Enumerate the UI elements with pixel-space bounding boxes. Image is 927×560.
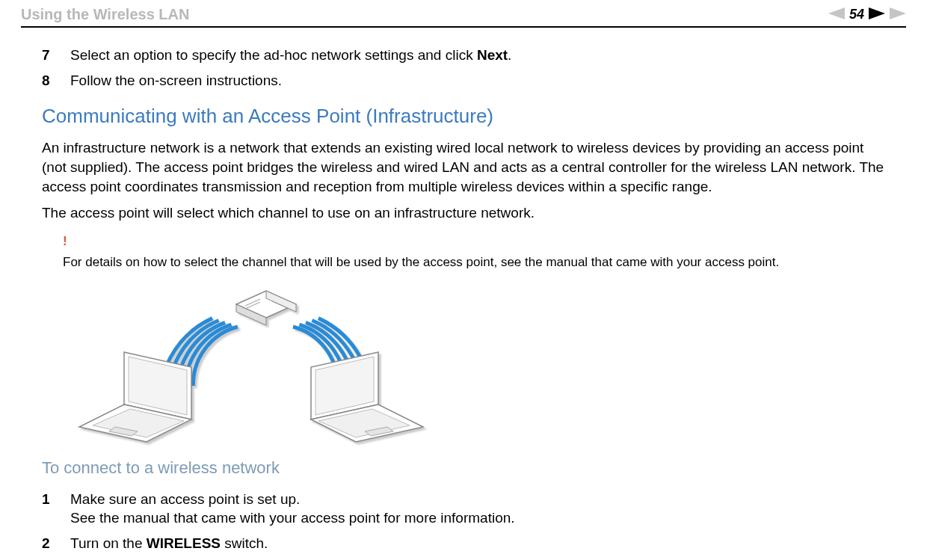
step-text: Follow the on-screen instructions. [70, 71, 282, 90]
page-navigation: 54 [828, 7, 906, 22]
page-header: Using the Wireless LAN 54 [21, 0, 906, 26]
step-text: Turn on the WIRELESS switch. [70, 534, 268, 553]
diagram-svg [57, 285, 446, 449]
next-page-skip-icon[interactable] [890, 7, 906, 22]
step-text-after: . [508, 47, 511, 63]
svg-marker-2 [890, 7, 906, 19]
page-content: 7 Select an option to specify the ad-hoc… [21, 46, 906, 553]
svg-marker-0 [828, 7, 845, 19]
paragraph-1: An infrastructure network is a network t… [42, 138, 885, 196]
step-text-before: Follow the on-screen instructions. [70, 73, 282, 88]
step-number: 2 [42, 534, 70, 553]
section-heading: Communicating with an Access Point (Infr… [42, 103, 885, 129]
warning-text: For details on how to select the channel… [63, 255, 779, 269]
step-8: 8 Follow the on-screen instructions. [42, 71, 885, 90]
step-text-before: Select an option to specify the ad-hoc n… [70, 47, 477, 63]
step-bold-word: WIRELESS [147, 535, 221, 551]
step-text: Make sure an access point is set up. See… [70, 490, 515, 528]
step-text-before: Turn on the [70, 535, 147, 551]
step-7: 7 Select an option to specify the ad-hoc… [42, 46, 885, 65]
step-number: 8 [42, 71, 70, 90]
step-text-after: switch. [221, 535, 268, 551]
svg-marker-1 [869, 7, 885, 19]
step-bold-word: Next [477, 47, 508, 63]
header-divider [21, 26, 906, 28]
step-2: 2 Turn on the WIRELESS switch. [42, 534, 885, 553]
step-number: 7 [42, 46, 70, 65]
header-title: Using the Wireless LAN [21, 6, 189, 23]
warning-note: ! For details on how to select the chann… [63, 233, 885, 271]
prev-page-icon[interactable] [828, 7, 845, 22]
paragraph-2: The access point will select which chann… [42, 203, 885, 223]
infrastructure-diagram [57, 285, 446, 449]
warning-icon: ! [63, 233, 885, 250]
step-line-2: See the manual that came with your acces… [70, 508, 515, 528]
document-page: Using the Wireless LAN 54 7 Select an op… [0, 0, 927, 560]
next-page-icon[interactable] [869, 7, 885, 22]
laptop-left-icon [79, 352, 191, 442]
sub-heading: To connect to a wireless network [42, 457, 885, 479]
step-1: 1 Make sure an access point is set up. S… [42, 490, 885, 528]
step-text: Select an option to specify the ad-hoc n… [70, 46, 511, 65]
page-number: 54 [849, 7, 864, 22]
laptop-right-icon [311, 352, 423, 442]
step-number: 1 [42, 490, 70, 528]
step-line-1: Make sure an access point is set up. [70, 490, 515, 509]
